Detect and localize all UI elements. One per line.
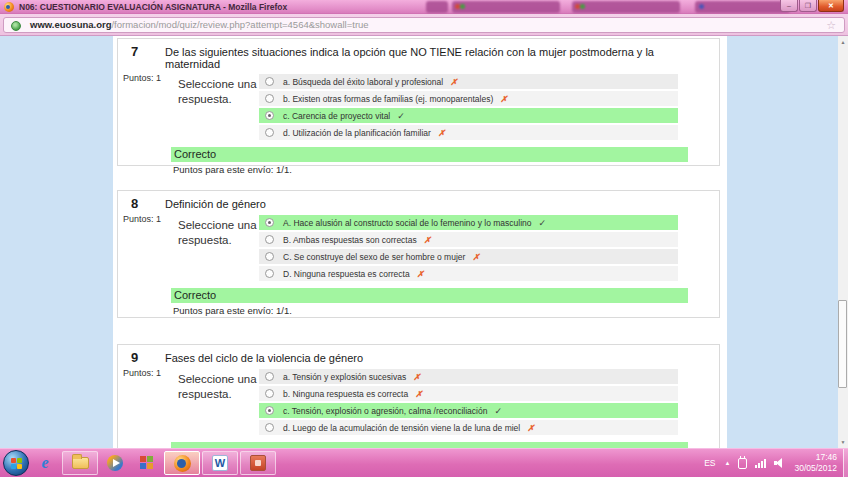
question-box-8: 8 Definición de género Puntos: 1 Selecci… xyxy=(117,190,720,318)
feedback-bar: Correcto xyxy=(171,147,688,162)
maximize-button[interactable]: ❐ xyxy=(799,0,817,12)
answer-option: B. Ambas respuestas son correctas ✗ xyxy=(259,232,678,247)
question-points: Puntos: 1 xyxy=(118,212,178,224)
scrollbar-thumb[interactable] xyxy=(838,300,847,388)
answer-option: d. Utilización de la planificación famil… xyxy=(259,125,678,140)
radio-button[interactable] xyxy=(265,423,274,432)
taskbar-powerpoint-button[interactable] xyxy=(240,451,276,475)
question-points: Puntos: 1 xyxy=(118,71,178,83)
option-label: b. Existen otras formas de familias (ej.… xyxy=(283,94,493,104)
taskbar-word-button[interactable]: W xyxy=(202,451,238,475)
wrong-mark-icon: ✗ xyxy=(527,423,534,433)
window-controls: – ❐ ✕ xyxy=(779,0,844,12)
option-label: c. Tensión, explosión o agresión, calma … xyxy=(283,406,487,416)
colored-tiles-icon xyxy=(140,456,154,470)
vertical-scrollbar[interactable]: ▲ ▼ xyxy=(838,36,848,448)
question-prompt: De las siguientes situaciones indica la … xyxy=(165,44,719,70)
taskbar-clock[interactable]: 17:46 30/05/2012 xyxy=(790,452,843,473)
url-text: www.euosuna.org/formacion/mod/quiz/revie… xyxy=(30,18,369,32)
options-list: a. Búsqueda del éxito laboral y profesio… xyxy=(259,71,678,142)
powerpoint-icon xyxy=(250,455,266,471)
question-box-9: 9 Fases del ciclo de la violencia de gén… xyxy=(117,344,720,448)
answer-option-correct: A. Hace alusión al constructo social de … xyxy=(259,215,678,230)
select-answer-label: Seleccione una respuesta. xyxy=(178,71,259,142)
radio-button-selected[interactable] xyxy=(265,111,274,120)
start-button[interactable] xyxy=(3,450,29,476)
radio-button[interactable] xyxy=(265,389,274,398)
radio-button[interactable] xyxy=(265,128,274,137)
options-list: A. Hace alusión al constructo social de … xyxy=(259,212,678,283)
option-label: D. Ninguna respuesta es correcta xyxy=(283,269,410,279)
wrong-mark-icon: ✗ xyxy=(450,77,457,87)
answer-option: C. Se construye del sexo de ser hombre o… xyxy=(259,249,678,264)
bookmark-star-icon[interactable]: ☆ xyxy=(826,18,836,32)
taskbar-media-player-button[interactable] xyxy=(100,451,130,475)
taskbar-firefox-button[interactable] xyxy=(164,451,200,475)
power-icon[interactable] xyxy=(738,458,747,469)
browser-toolbar: www.euosuna.org/formacion/mod/quiz/revie… xyxy=(0,14,848,36)
blurred-tab[interactable] xyxy=(452,1,560,13)
answer-option: b. Ninguna respuesta es correcta ✗ xyxy=(259,386,678,401)
taskbar-desktop-app-button[interactable] xyxy=(132,451,162,475)
blurred-tab[interactable] xyxy=(572,1,680,13)
site-favicon-icon xyxy=(11,21,21,31)
volume-icon[interactable] xyxy=(774,458,786,468)
question-prompt: Definición de género xyxy=(165,196,719,211)
tab-favicon-icon xyxy=(580,4,585,9)
clock-time: 17:46 xyxy=(794,452,837,463)
radio-button[interactable] xyxy=(265,94,274,103)
score-line: Puntos para este envío: 1/1. xyxy=(173,305,719,316)
options-list: a. Tensión y explosión sucesivas ✗ b. Ni… xyxy=(259,366,678,437)
page-content: 7 De las siguientes situaciones indica l… xyxy=(0,36,848,448)
window-titlebar: N06: CUESTIONARIO EVALUACIÓN ASIGNATURA … xyxy=(0,0,848,14)
clock-date: 30/05/2012 xyxy=(794,463,837,474)
wrong-mark-icon: ✗ xyxy=(415,389,422,399)
radio-button-selected[interactable] xyxy=(265,218,274,227)
hidden-icons-arrow-icon[interactable]: ▲ xyxy=(721,460,735,466)
taskbar: e W ES ▲ 17:46 30/05/2012 xyxy=(0,448,848,477)
correct-mark-icon: ✓ xyxy=(539,218,547,228)
answer-option: a. Búsqueda del éxito laboral y profesio… xyxy=(259,74,678,89)
radio-button-selected[interactable] xyxy=(265,406,274,415)
answer-option: b. Existen otras formas de familias (ej.… xyxy=(259,91,678,106)
option-label: C. Se construye del sexo de ser hombre o… xyxy=(283,252,465,262)
page-right-panel xyxy=(727,36,838,448)
option-label: c. Carencia de proyecto vital xyxy=(283,111,390,121)
radio-button[interactable] xyxy=(265,77,274,86)
language-indicator[interactable]: ES xyxy=(699,458,720,468)
radio-button[interactable] xyxy=(265,252,274,261)
window-title: N06: CUESTIONARIO EVALUACIÓN ASIGNATURA … xyxy=(19,0,287,14)
wrong-mark-icon: ✗ xyxy=(500,94,507,104)
internet-explorer-icon: e xyxy=(41,455,48,471)
option-label: d. Utilización de la planificación famil… xyxy=(283,128,431,138)
question-number: 8 xyxy=(118,196,165,211)
option-label: a. Tensión y explosión sucesivas xyxy=(283,372,406,382)
correct-mark-icon: ✓ xyxy=(397,111,405,121)
close-button[interactable]: ✕ xyxy=(818,0,844,12)
answer-option-correct: c. Carencia de proyecto vital ✓ xyxy=(259,108,678,123)
option-label: a. Búsqueda del éxito laboral y profesio… xyxy=(283,77,443,87)
radio-button[interactable] xyxy=(265,269,274,278)
wrong-mark-icon: ✗ xyxy=(472,252,479,262)
taskbar-explorer-button[interactable] xyxy=(62,451,98,475)
network-signal-icon[interactable] xyxy=(755,458,766,468)
question-box-7: 7 De las siguientes situaciones indica l… xyxy=(117,38,720,166)
radio-button[interactable] xyxy=(265,372,274,381)
radio-button[interactable] xyxy=(265,235,274,244)
wrong-mark-icon: ✗ xyxy=(413,372,420,382)
minimize-button[interactable]: – xyxy=(780,0,798,12)
address-bar[interactable]: www.euosuna.org/formacion/mod/quiz/revie… xyxy=(3,17,845,33)
blurred-tab[interactable] xyxy=(426,1,448,13)
blurred-tab[interactable] xyxy=(695,1,790,13)
correct-mark-icon: ✓ xyxy=(494,406,502,416)
question-number: 7 xyxy=(118,44,165,70)
url-path: /formacion/mod/quiz/review.php?attempt=4… xyxy=(111,19,368,30)
score-line: Puntos para este envío: 1/1. xyxy=(173,164,719,175)
firefox-window-icon xyxy=(4,2,14,12)
wrong-mark-icon: ✗ xyxy=(438,128,445,138)
question-prompt: Fases del ciclo de la violencia de géner… xyxy=(165,350,719,365)
scroll-up-icon[interactable]: ▲ xyxy=(838,39,848,45)
show-desktop-button[interactable] xyxy=(843,449,848,477)
scroll-down-icon[interactable]: ▼ xyxy=(838,439,848,445)
taskbar-internet-explorer-button[interactable]: e xyxy=(30,451,60,475)
